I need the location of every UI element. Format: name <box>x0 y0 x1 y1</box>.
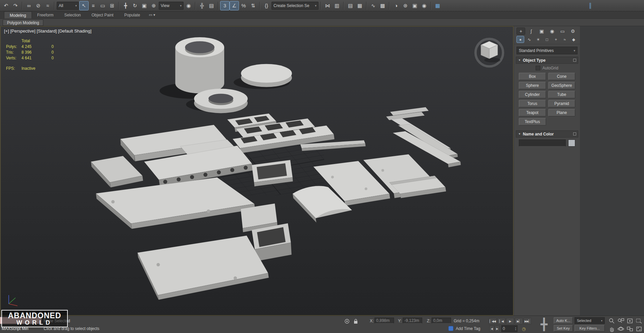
previous-frame-button[interactable]: ▏◀ <box>497 318 505 324</box>
object-type-box-button[interactable]: Box <box>519 73 546 80</box>
isolate-selection-icon[interactable] <box>344 318 350 326</box>
snaps-toggle-3d-icon[interactable]: 3 <box>220 1 229 10</box>
animation-set-dropdown[interactable]: Selected ▾ <box>575 317 605 324</box>
align-icon[interactable]: ▥ <box>333 1 341 10</box>
select-and-place-icon[interactable]: ⊕ <box>149 1 158 10</box>
play-button[interactable]: ▶ <box>506 318 514 324</box>
use-pivot-point-center-icon[interactable]: ◉ <box>184 1 193 10</box>
set-key-button[interactable]: Set Key <box>554 325 573 332</box>
unlink-selection-icon[interactable]: ⊘ <box>34 1 43 10</box>
select-and-link-icon[interactable]: ∞ <box>24 1 33 10</box>
spinner-snap-icon[interactable]: ⇅ <box>249 1 257 10</box>
panel-tab-hierarchy-icon[interactable]: ▣ <box>538 28 546 35</box>
add-time-tag[interactable]: Add Time Tag <box>456 326 480 331</box>
edit-named-selection-sets-icon[interactable]: {} <box>262 1 271 10</box>
autogrid-checkbox[interactable] <box>536 66 540 70</box>
ribbon-tab-modeling[interactable]: Modeling <box>4 11 32 18</box>
z-coordinate-field[interactable]: 0,0m <box>432 318 451 324</box>
zoom-all-icon[interactable] <box>616 317 625 325</box>
category-helpers-icon[interactable]: + <box>552 36 559 43</box>
rollout-object-type-header[interactable]: ▼ Object Type <box>516 57 578 64</box>
zoom-extents-all-icon[interactable] <box>626 325 634 333</box>
object-type-tube-button[interactable]: Tube <box>548 91 576 98</box>
primitive-category-dropdown[interactable]: Standard Primitives ▾ <box>516 47 578 54</box>
selection-filter-dropdown[interactable]: All▾ <box>57 2 79 10</box>
object-type-torus-button[interactable]: Torus <box>519 100 546 107</box>
category-systems-icon[interactable]: ◆ <box>570 36 577 43</box>
named-selection-sets-dropdown[interactable]: Create Selection Se▾ <box>271 2 318 10</box>
panel-tab-display-icon[interactable]: ▭ <box>558 28 566 35</box>
workspaces-icon[interactable]: ║ <box>586 1 595 10</box>
category-space-warps-icon[interactable]: ≈ <box>561 36 568 43</box>
zoom-icon[interactable] <box>607 317 616 325</box>
x-coordinate-field[interactable]: 0,898m <box>375 318 394 324</box>
set-keys-button[interactable]: ╋ <box>536 317 552 332</box>
zoom-region-icon[interactable] <box>635 317 643 325</box>
object-type-geosphere-button[interactable]: GeoSphere <box>548 82 576 89</box>
bind-to-space-warp-icon[interactable]: ≈ <box>43 1 52 10</box>
object-type-pyramid-button[interactable]: Pyramid <box>548 100 576 107</box>
viewport-label[interactable]: [+] [Perspective] [Standard] [Default Sh… <box>4 29 92 34</box>
object-type-teapot-button[interactable]: Teapot <box>519 109 546 116</box>
next-frame-button[interactable]: ▶▏ <box>515 318 523 324</box>
go-to-end-button[interactable]: ▶▶▏ <box>524 318 532 324</box>
window-crossing-icon[interactable]: ⊞ <box>108 1 116 10</box>
orbit-icon[interactable] <box>616 325 625 333</box>
render-production-icon[interactable]: ◉ <box>420 1 429 10</box>
object-type-sphere-button[interactable]: Sphere <box>519 82 546 89</box>
asset-tracking-icon[interactable]: ▦ <box>433 1 442 10</box>
zoom-extents-icon[interactable] <box>626 317 634 325</box>
category-cameras-icon[interactable]: □ <box>543 36 550 43</box>
viewport-3d-scene[interactable] <box>1 26 513 315</box>
maximize-viewport-icon[interactable] <box>635 325 643 333</box>
dope-sheet-icon[interactable]: ▩ <box>378 1 387 10</box>
rollout-name-color-header[interactable]: ▼ Name and Color <box>516 130 578 137</box>
curve-editor-icon[interactable]: ∿ <box>369 1 378 10</box>
rendered-frame-window-icon[interactable]: ▣ <box>410 1 419 10</box>
panel-tab-create-icon[interactable]: + <box>517 28 525 35</box>
mirror-icon[interactable]: ⋈ <box>323 1 332 10</box>
render-setup-icon[interactable]: ⊛ <box>401 1 410 10</box>
current-frame-field[interactable]: 0 ▴▾ <box>501 325 517 332</box>
previous-key-button[interactable]: ◀ <box>489 326 494 332</box>
frame-spinner[interactable]: ▴▾ <box>515 327 516 331</box>
pan-icon[interactable] <box>607 325 616 333</box>
object-type-cone-button[interactable]: Cone <box>548 73 576 80</box>
category-lights-icon[interactable]: ☀ <box>535 36 542 43</box>
select-by-name-icon[interactable]: ≡ <box>89 1 98 10</box>
y-coordinate-field[interactable]: -9,123m <box>403 318 422 324</box>
material-editor-icon[interactable]: ◑ <box>392 1 400 10</box>
select-and-manipulate-icon[interactable]: ╬ <box>198 1 206 10</box>
tab-polygon-modeling[interactable]: Polygon Modeling <box>3 19 43 26</box>
object-type-textplus-button[interactable]: TextPlus <box>519 118 546 125</box>
viewport[interactable]: [+] [Perspective] [Standard] [Default Sh… <box>0 26 513 316</box>
ribbon-tab-freeform[interactable]: Freeform <box>32 11 59 18</box>
ribbon-tab-selection[interactable]: Selection <box>59 11 86 18</box>
redo-icon[interactable]: ↷ <box>11 1 20 10</box>
next-key-button[interactable]: ▶ <box>495 326 500 332</box>
select-and-move-icon[interactable]: ╋ <box>121 1 130 10</box>
reference-coordinate-system-dropdown[interactable]: View▾ <box>159 2 184 10</box>
object-type-cylinder-button[interactable]: Cylinder <box>519 91 546 98</box>
rectangular-selection-region-icon[interactable]: ▭ <box>98 1 107 10</box>
time-configuration-icon[interactable]: ◷ <box>521 326 527 332</box>
percent-snap-icon[interactable]: % <box>239 1 248 10</box>
object-name-field[interactable] <box>519 140 566 147</box>
ribbon-tab-populate[interactable]: Populate <box>119 11 145 18</box>
select-and-scale-icon[interactable]: ▣ <box>140 1 149 10</box>
ribbon-display-toggle-icon[interactable]: ▭ ▾ <box>146 11 159 18</box>
select-object-icon[interactable]: ↖ <box>80 1 88 10</box>
object-color-swatch[interactable] <box>568 140 575 147</box>
select-and-rotate-icon[interactable]: ↻ <box>131 1 139 10</box>
angle-snap-icon[interactable]: ∠ <box>230 1 239 10</box>
panel-tab-utilities-icon[interactable]: ⚙ <box>569 28 577 35</box>
key-filters-button[interactable]: Key Filters... <box>575 325 605 332</box>
panel-tab-motion-icon[interactable]: ◉ <box>548 28 556 35</box>
object-type-plane-button[interactable]: Plane <box>548 109 576 116</box>
auto-key-button[interactable]: Auto K... <box>554 317 573 324</box>
category-shapes-icon[interactable]: ∿ <box>526 36 533 43</box>
undo-icon[interactable]: ↶ <box>2 1 10 10</box>
viewcube[interactable] <box>471 35 508 69</box>
selection-lock-icon[interactable] <box>352 318 359 326</box>
keyboard-shortcut-override-icon[interactable]: ▤ <box>207 1 216 10</box>
